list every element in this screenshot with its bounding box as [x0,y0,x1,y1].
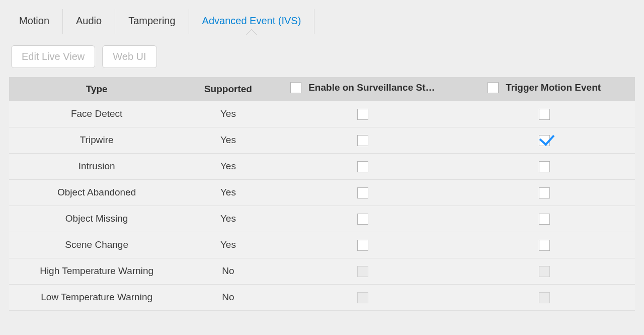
header-trigger-checkbox[interactable] [488,82,499,93]
row-enable-cell [272,258,453,284]
row-enable-checkbox [357,292,368,303]
col-header-trigger: Trigger Motion Event [453,77,635,101]
row-supported: Yes [184,179,272,206]
row-trigger-cell [453,153,635,179]
table-row: Face DetectYes [9,101,635,127]
row-type: Low Temperature Warning [9,284,184,310]
row-enable-checkbox[interactable] [357,214,368,225]
row-trigger-checkbox[interactable] [539,109,550,120]
tab-audio[interactable]: Audio [63,9,115,34]
row-type: Object Abandoned [9,179,184,206]
row-trigger-cell [453,101,635,127]
row-type: High Temperature Warning [9,258,184,284]
row-trigger-cell [453,179,635,206]
web-ui-button[interactable]: Web UI [102,45,156,68]
row-trigger-checkbox [539,266,550,277]
row-type: Intrusion [9,153,184,179]
row-trigger-checkbox [539,292,550,303]
row-type: Object Missing [9,206,184,232]
row-enable-checkbox[interactable] [357,187,368,198]
row-trigger-cell [453,127,635,153]
col-header-supported: Supported [184,77,272,101]
row-enable-cell [272,284,453,310]
row-enable-checkbox[interactable] [357,135,368,146]
row-trigger-checkbox[interactable] [539,240,550,251]
header-enable-checkbox[interactable] [290,82,301,93]
tab-bar: Motion Audio Tampering Advanced Event (I… [9,9,635,34]
row-trigger-cell [453,232,635,258]
row-trigger-checkbox[interactable] [539,187,550,198]
row-type: Scene Change [9,232,184,258]
row-trigger-cell [453,206,635,232]
tab-advanced-event[interactable]: Advanced Event (IVS) [189,9,315,34]
row-trigger-cell [453,284,635,310]
table-row: Object MissingYes [9,206,635,232]
col-header-enable: Enable on Surveillance St… [272,77,453,101]
row-supported: No [184,258,272,284]
row-trigger-checkbox[interactable] [539,161,550,172]
row-enable-cell [272,127,453,153]
tab-motion[interactable]: Motion [9,9,63,34]
table-row: IntrusionYes [9,153,635,179]
col-header-enable-label: Enable on Surveillance St… [308,82,435,93]
row-trigger-cell [453,258,635,284]
row-supported: Yes [184,206,272,232]
row-type: Tripwire [9,127,184,153]
row-enable-checkbox[interactable] [357,240,368,251]
events-table: Type Supported Enable on Surveillance St… [9,77,635,311]
row-supported: Yes [184,127,272,153]
row-enable-cell [272,232,453,258]
table-row: TripwireYes [9,127,635,153]
row-supported: Yes [184,101,272,127]
col-header-type: Type [9,77,184,101]
tab-tampering[interactable]: Tampering [115,9,189,34]
row-supported: Yes [184,153,272,179]
row-enable-cell [272,206,453,232]
row-trigger-checkbox[interactable] [539,214,550,225]
row-enable-cell [272,101,453,127]
edit-live-view-button[interactable]: Edit Live View [11,45,95,68]
row-enable-checkbox [357,266,368,277]
row-enable-checkbox[interactable] [357,109,368,120]
row-trigger-checkbox[interactable] [539,135,550,146]
toolbar: Edit Live View Web UI [9,34,635,77]
table-row: Low Temperature WarningNo [9,284,635,310]
row-enable-cell [272,153,453,179]
col-header-trigger-label: Trigger Motion Event [506,82,601,93]
row-type: Face Detect [9,101,184,127]
row-enable-cell [272,179,453,206]
table-row: Object AbandonedYes [9,179,635,206]
row-supported: No [184,284,272,310]
row-enable-checkbox[interactable] [357,161,368,172]
row-supported: Yes [184,232,272,258]
table-row: High Temperature WarningNo [9,258,635,284]
table-row: Scene ChangeYes [9,232,635,258]
